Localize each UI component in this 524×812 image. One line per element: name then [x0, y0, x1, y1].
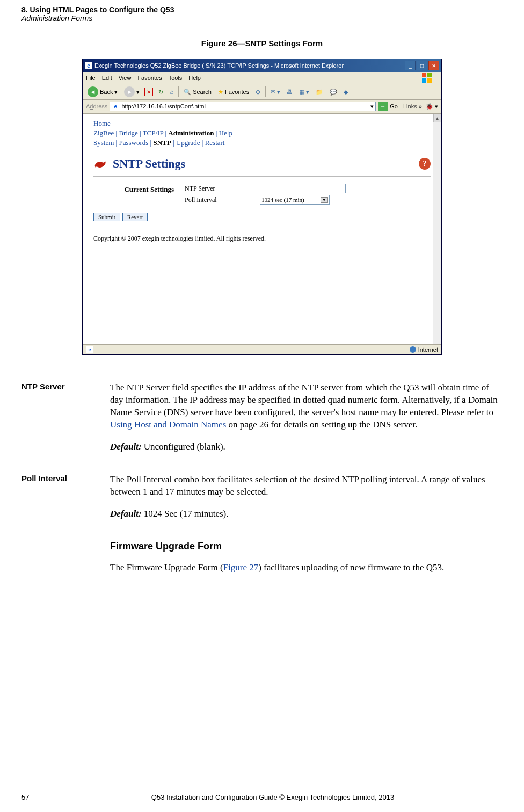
address-label: Address	[86, 103, 107, 110]
firmware-description: The Firmware Upgrade Form (Figure 27) fa…	[110, 562, 503, 574]
folder-button[interactable]: 📁	[314, 88, 325, 96]
link-figure-27[interactable]: Figure 27	[223, 562, 259, 572]
term-poll-interval: Poll Interval	[21, 474, 110, 530]
edit-button[interactable]: ▦ ▾	[297, 88, 311, 96]
print-button[interactable]: 🖶	[285, 88, 294, 96]
page-title: SNTP Settings	[113, 157, 185, 171]
ntp-server-label: NTP Server	[185, 185, 260, 193]
go-label: Go	[390, 103, 398, 110]
nav-zigbee[interactable]: ZigBee	[93, 129, 114, 137]
star-icon: ★	[218, 89, 223, 96]
discuss-button[interactable]: 💬	[328, 88, 339, 96]
url-text: http://172.16.16.1/sntpConf.html	[121, 103, 368, 110]
section-label: Current Settings	[93, 182, 174, 194]
revert-button[interactable]: Revert	[122, 213, 148, 221]
extra-button[interactable]: ◆	[342, 88, 350, 96]
window-title: Exegin Technologies Q52 ZigBee Bridge ( …	[94, 62, 403, 69]
browser-content: Home ZigBee | Bridge | TCP/IP | Administ…	[83, 113, 441, 344]
minimize-button[interactable]: _	[405, 61, 416, 70]
plugin-icon[interactable]: 🐞 ▾	[424, 103, 438, 110]
home-button[interactable]: ⌂	[168, 88, 175, 96]
nav-upgrade[interactable]: Upgrade	[176, 139, 200, 147]
address-field[interactable]: e http://172.16.16.1/sntpConf.html ▾	[110, 102, 376, 111]
dropdown-icon: ▼	[321, 197, 328, 203]
chapter-subtitle: Administration Forms	[21, 14, 503, 23]
search-icon: 🔍	[184, 89, 191, 96]
go-button[interactable]: →	[378, 102, 388, 111]
address-dropdown-icon[interactable]: ▾	[370, 103, 374, 110]
ntp-default: Default: Unconfigured (blank).	[110, 441, 503, 453]
media-button[interactable]: ⊕	[254, 88, 262, 96]
status-bar: e Internet	[83, 344, 441, 354]
chapter-title: 8. Using HTML Pages to Configure the Q53	[21, 5, 503, 14]
internet-zone-icon	[410, 346, 416, 353]
scroll-up-icon[interactable]: ▲	[433, 114, 441, 122]
page-footer: 57 Q53 Installation and Configuration Gu…	[21, 791, 503, 801]
nav-administration[interactable]: Administration	[168, 129, 214, 137]
divider	[93, 176, 431, 177]
menubar: File Edit View Favorites Tools Help	[83, 72, 441, 84]
favorites-button[interactable]: ★Favorites	[216, 88, 251, 96]
forward-button[interactable]: ► ▾	[122, 86, 141, 98]
ntp-description: The NTP Server field specifies the IP ad…	[110, 382, 503, 431]
menu-view[interactable]: View	[119, 75, 132, 81]
separator-icon	[178, 86, 179, 97]
page-number: 57	[21, 793, 43, 801]
status-page-icon: e	[86, 346, 93, 353]
nav-restart[interactable]: Restart	[205, 139, 225, 147]
ntp-server-input[interactable]	[260, 184, 346, 193]
links-label[interactable]: Links »	[400, 103, 422, 110]
poll-interval-select[interactable]: 1024 sec (17 min)▼	[260, 195, 330, 205]
status-text: Internet	[418, 346, 438, 353]
close-button[interactable]: ✕	[428, 61, 439, 70]
page-icon: e	[85, 62, 92, 69]
back-label: Back	[100, 89, 113, 95]
favorites-label: Favorites	[225, 89, 249, 95]
forward-icon: ►	[124, 86, 135, 97]
link-host-domain-names[interactable]: Using Host and Domain Names	[110, 419, 226, 430]
menu-file[interactable]: File	[86, 75, 96, 81]
poll-default: Default: 1024 Sec (17 minutes).	[110, 508, 503, 520]
submit-button[interactable]: Submit	[93, 213, 120, 221]
windows-logo-icon	[422, 73, 432, 83]
nav-sntp[interactable]: SNTP	[153, 139, 171, 147]
nav-bridge[interactable]: Bridge	[119, 129, 137, 137]
nav-home[interactable]: Home	[93, 119, 111, 127]
menu-tools[interactable]: Tools	[169, 75, 183, 81]
mail-button[interactable]: ✉ ▾	[269, 88, 282, 96]
nav-system[interactable]: System	[93, 139, 114, 147]
poll-interval-label: Poll Interval	[185, 196, 260, 204]
separator-icon	[265, 86, 266, 97]
poll-description: The Poll Interval combo box facilitates …	[110, 474, 503, 498]
toolbar: ◄Back ▾ ► ▾ ✕ ↻ ⌂ 🔍Search ★Favorites ⊕ ✉…	[83, 84, 441, 100]
maximize-button[interactable]: □	[417, 61, 427, 70]
copyright-text: Copyright © 2007 exegin technologies lim…	[93, 235, 431, 243]
exegin-logo-icon	[93, 158, 107, 170]
search-button[interactable]: 🔍Search	[182, 88, 213, 96]
back-button[interactable]: ◄Back ▾	[86, 86, 119, 98]
help-icon[interactable]: ?	[419, 158, 431, 170]
back-icon: ◄	[88, 86, 98, 97]
ie-window: e Exegin Technologies Q52 ZigBee Bridge …	[82, 59, 442, 355]
address-bar: Address e http://172.16.16.1/sntpConf.ht…	[83, 100, 441, 113]
menu-help[interactable]: Help	[188, 75, 201, 81]
search-label: Search	[193, 89, 212, 95]
section-heading-firmware: Firmware Upgrade Form	[110, 541, 503, 552]
stop-button[interactable]: ✕	[144, 88, 153, 96]
term-ntp-server: NTP Server	[21, 382, 110, 463]
divider	[93, 228, 431, 228]
scrollbar[interactable]: ▲	[433, 114, 441, 344]
window-titlebar: e Exegin Technologies Q52 ZigBee Bridge …	[83, 59, 441, 72]
poll-interval-value: 1024 sec (17 min)	[261, 197, 304, 203]
nav-help[interactable]: Help	[219, 129, 232, 137]
menu-favorites[interactable]: Favorites	[137, 75, 162, 81]
ie-page-icon: e	[112, 103, 119, 110]
menu-edit[interactable]: Edit	[102, 75, 112, 81]
nav-passwords[interactable]: Passwords	[119, 139, 148, 147]
refresh-button[interactable]: ↻	[156, 88, 165, 96]
nav-tcpip[interactable]: TCP/IP	[143, 129, 164, 137]
footer-text: Q53 Installation and Configuration Guide…	[43, 793, 503, 801]
figure-caption: Figure 26—SNTP Settings Form	[21, 39, 503, 48]
